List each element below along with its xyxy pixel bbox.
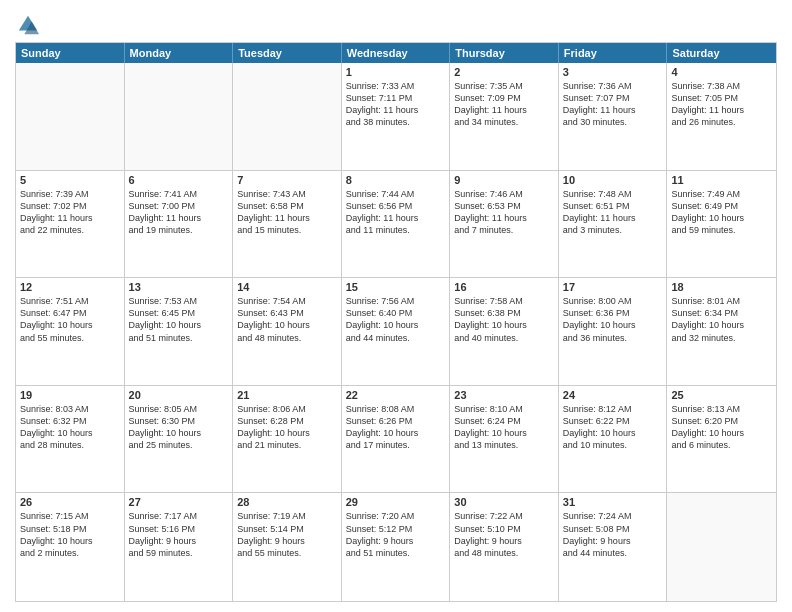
- calendar-cell: 9Sunrise: 7:46 AMSunset: 6:53 PMDaylight…: [450, 171, 559, 278]
- calendar-row: 5Sunrise: 7:39 AMSunset: 7:02 PMDaylight…: [16, 171, 776, 279]
- cell-info: Sunrise: 7:43 AMSunset: 6:58 PMDaylight:…: [237, 188, 337, 237]
- calendar-cell: 6Sunrise: 7:41 AMSunset: 7:00 PMDaylight…: [125, 171, 234, 278]
- cell-info: Sunrise: 7:56 AMSunset: 6:40 PMDaylight:…: [346, 295, 446, 344]
- day-header-thursday: Thursday: [450, 43, 559, 63]
- cell-info: Sunrise: 7:44 AMSunset: 6:56 PMDaylight:…: [346, 188, 446, 237]
- cell-info: Sunrise: 7:15 AMSunset: 5:18 PMDaylight:…: [20, 510, 120, 559]
- cell-info: Sunrise: 8:06 AMSunset: 6:28 PMDaylight:…: [237, 403, 337, 452]
- calendar-row: 26Sunrise: 7:15 AMSunset: 5:18 PMDayligh…: [16, 493, 776, 601]
- day-number: 4: [671, 66, 772, 78]
- day-number: 20: [129, 389, 229, 401]
- day-number: 15: [346, 281, 446, 293]
- day-number: 2: [454, 66, 554, 78]
- calendar-cell: 12Sunrise: 7:51 AMSunset: 6:47 PMDayligh…: [16, 278, 125, 385]
- cell-info: Sunrise: 7:53 AMSunset: 6:45 PMDaylight:…: [129, 295, 229, 344]
- cell-info: Sunrise: 7:19 AMSunset: 5:14 PMDaylight:…: [237, 510, 337, 559]
- calendar-cell: 26Sunrise: 7:15 AMSunset: 5:18 PMDayligh…: [16, 493, 125, 601]
- day-number: 27: [129, 496, 229, 508]
- calendar-cell: 8Sunrise: 7:44 AMSunset: 6:56 PMDaylight…: [342, 171, 451, 278]
- cell-info: Sunrise: 7:58 AMSunset: 6:38 PMDaylight:…: [454, 295, 554, 344]
- day-header-friday: Friday: [559, 43, 668, 63]
- calendar-cell: 11Sunrise: 7:49 AMSunset: 6:49 PMDayligh…: [667, 171, 776, 278]
- calendar-cell: 24Sunrise: 8:12 AMSunset: 6:22 PMDayligh…: [559, 386, 668, 493]
- cell-info: Sunrise: 8:12 AMSunset: 6:22 PMDaylight:…: [563, 403, 663, 452]
- day-number: 8: [346, 174, 446, 186]
- day-header-tuesday: Tuesday: [233, 43, 342, 63]
- cell-info: Sunrise: 7:51 AMSunset: 6:47 PMDaylight:…: [20, 295, 120, 344]
- calendar-row: 12Sunrise: 7:51 AMSunset: 6:47 PMDayligh…: [16, 278, 776, 386]
- calendar-cell: 2Sunrise: 7:35 AMSunset: 7:09 PMDaylight…: [450, 63, 559, 170]
- calendar-cell: 7Sunrise: 7:43 AMSunset: 6:58 PMDaylight…: [233, 171, 342, 278]
- cell-info: Sunrise: 8:08 AMSunset: 6:26 PMDaylight:…: [346, 403, 446, 452]
- calendar-cell: 22Sunrise: 8:08 AMSunset: 6:26 PMDayligh…: [342, 386, 451, 493]
- calendar-cell: 1Sunrise: 7:33 AMSunset: 7:11 PMDaylight…: [342, 63, 451, 170]
- calendar-cell: 5Sunrise: 7:39 AMSunset: 7:02 PMDaylight…: [16, 171, 125, 278]
- logo: [15, 14, 39, 36]
- header: [15, 10, 777, 36]
- cell-info: Sunrise: 7:22 AMSunset: 5:10 PMDaylight:…: [454, 510, 554, 559]
- calendar-cell: 17Sunrise: 8:00 AMSunset: 6:36 PMDayligh…: [559, 278, 668, 385]
- cell-info: Sunrise: 7:33 AMSunset: 7:11 PMDaylight:…: [346, 80, 446, 129]
- day-number: 3: [563, 66, 663, 78]
- day-number: 30: [454, 496, 554, 508]
- calendar-cell: 14Sunrise: 7:54 AMSunset: 6:43 PMDayligh…: [233, 278, 342, 385]
- calendar-cell: 21Sunrise: 8:06 AMSunset: 6:28 PMDayligh…: [233, 386, 342, 493]
- calendar-cell: [233, 63, 342, 170]
- day-number: 10: [563, 174, 663, 186]
- day-number: 26: [20, 496, 120, 508]
- calendar-cell: 28Sunrise: 7:19 AMSunset: 5:14 PMDayligh…: [233, 493, 342, 601]
- calendar-cell: [667, 493, 776, 601]
- day-number: 7: [237, 174, 337, 186]
- day-number: 21: [237, 389, 337, 401]
- day-number: 13: [129, 281, 229, 293]
- calendar-cell: 13Sunrise: 7:53 AMSunset: 6:45 PMDayligh…: [125, 278, 234, 385]
- cell-info: Sunrise: 7:54 AMSunset: 6:43 PMDaylight:…: [237, 295, 337, 344]
- calendar-cell: 15Sunrise: 7:56 AMSunset: 6:40 PMDayligh…: [342, 278, 451, 385]
- day-header-wednesday: Wednesday: [342, 43, 451, 63]
- calendar-row: 1Sunrise: 7:33 AMSunset: 7:11 PMDaylight…: [16, 63, 776, 171]
- calendar-cell: 3Sunrise: 7:36 AMSunset: 7:07 PMDaylight…: [559, 63, 668, 170]
- cell-info: Sunrise: 8:03 AMSunset: 6:32 PMDaylight:…: [20, 403, 120, 452]
- cell-info: Sunrise: 8:05 AMSunset: 6:30 PMDaylight:…: [129, 403, 229, 452]
- cell-info: Sunrise: 7:36 AMSunset: 7:07 PMDaylight:…: [563, 80, 663, 129]
- day-number: 28: [237, 496, 337, 508]
- logo-icon: [17, 14, 39, 36]
- day-number: 16: [454, 281, 554, 293]
- day-number: 18: [671, 281, 772, 293]
- cell-info: Sunrise: 8:01 AMSunset: 6:34 PMDaylight:…: [671, 295, 772, 344]
- day-number: 23: [454, 389, 554, 401]
- calendar-cell: 31Sunrise: 7:24 AMSunset: 5:08 PMDayligh…: [559, 493, 668, 601]
- calendar-cell: 20Sunrise: 8:05 AMSunset: 6:30 PMDayligh…: [125, 386, 234, 493]
- day-number: 17: [563, 281, 663, 293]
- cell-info: Sunrise: 7:35 AMSunset: 7:09 PMDaylight:…: [454, 80, 554, 129]
- calendar-header: SundayMondayTuesdayWednesdayThursdayFrid…: [16, 43, 776, 63]
- calendar-cell: 4Sunrise: 7:38 AMSunset: 7:05 PMDaylight…: [667, 63, 776, 170]
- cell-info: Sunrise: 7:49 AMSunset: 6:49 PMDaylight:…: [671, 188, 772, 237]
- day-number: 31: [563, 496, 663, 508]
- calendar-cell: 16Sunrise: 7:58 AMSunset: 6:38 PMDayligh…: [450, 278, 559, 385]
- calendar-cell: 25Sunrise: 8:13 AMSunset: 6:20 PMDayligh…: [667, 386, 776, 493]
- cell-info: Sunrise: 7:46 AMSunset: 6:53 PMDaylight:…: [454, 188, 554, 237]
- cell-info: Sunrise: 7:38 AMSunset: 7:05 PMDaylight:…: [671, 80, 772, 129]
- calendar: SundayMondayTuesdayWednesdayThursdayFrid…: [15, 42, 777, 602]
- cell-info: Sunrise: 8:10 AMSunset: 6:24 PMDaylight:…: [454, 403, 554, 452]
- cell-info: Sunrise: 8:00 AMSunset: 6:36 PMDaylight:…: [563, 295, 663, 344]
- day-number: 5: [20, 174, 120, 186]
- calendar-cell: 29Sunrise: 7:20 AMSunset: 5:12 PMDayligh…: [342, 493, 451, 601]
- day-number: 19: [20, 389, 120, 401]
- calendar-cell: 18Sunrise: 8:01 AMSunset: 6:34 PMDayligh…: [667, 278, 776, 385]
- calendar-cell: [16, 63, 125, 170]
- day-number: 24: [563, 389, 663, 401]
- day-header-saturday: Saturday: [667, 43, 776, 63]
- cell-info: Sunrise: 7:17 AMSunset: 5:16 PMDaylight:…: [129, 510, 229, 559]
- day-number: 22: [346, 389, 446, 401]
- cell-info: Sunrise: 7:20 AMSunset: 5:12 PMDaylight:…: [346, 510, 446, 559]
- calendar-cell: 10Sunrise: 7:48 AMSunset: 6:51 PMDayligh…: [559, 171, 668, 278]
- day-number: 9: [454, 174, 554, 186]
- calendar-body: 1Sunrise: 7:33 AMSunset: 7:11 PMDaylight…: [16, 63, 776, 601]
- page: SundayMondayTuesdayWednesdayThursdayFrid…: [0, 0, 792, 612]
- cell-info: Sunrise: 7:39 AMSunset: 7:02 PMDaylight:…: [20, 188, 120, 237]
- calendar-cell: 30Sunrise: 7:22 AMSunset: 5:10 PMDayligh…: [450, 493, 559, 601]
- day-number: 1: [346, 66, 446, 78]
- day-number: 12: [20, 281, 120, 293]
